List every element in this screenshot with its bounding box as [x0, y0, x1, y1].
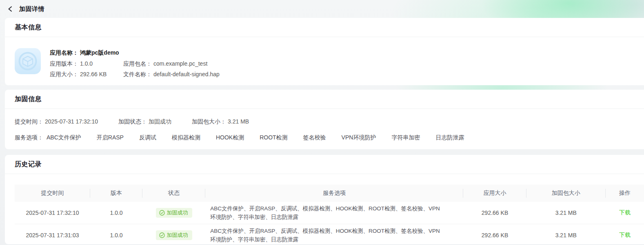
field-row: 应用版本： 1.0.0 应用包名： com.example.pc_test — [50, 60, 220, 68]
cell-version: 1.0.0 — [90, 224, 142, 245]
col-header-services: 服务选项 — [205, 185, 463, 202]
app-name-label: 应用名称： — [50, 49, 78, 57]
app-version-label: 应用版本： — [50, 60, 78, 68]
app-size-value: 292.66 KB — [80, 70, 107, 78]
cell-status: 加固成功 — [142, 202, 205, 224]
history-header-row: 提交时间 版本 状态 服务选项 应用大小 加固包大小 操作 — [15, 185, 644, 202]
reinforce-info-card: 加固信息 提交时间： 2025-07-31 17:32:10 加固状态： 加固成… — [5, 90, 644, 149]
service-item: 模拟器检测 — [172, 134, 200, 141]
file-name-label: 文件名称： — [123, 70, 152, 78]
app-cube-icon — [15, 48, 41, 74]
app-version-value: 1.0.0 — [80, 60, 93, 68]
cell-app-size: 292.66 KB — [463, 224, 526, 245]
history-card: 历史记录 提交时间 版本 状态 服务选项 应用大小 加固包大小 操作 — [5, 155, 644, 244]
app-package-value: com.example.pc_test — [153, 60, 207, 68]
reinforce-package-size-label: 加固包大小： — [192, 117, 226, 126]
col-header-submit-time: 提交时间 — [15, 185, 90, 202]
service-item: ABC文件保护 — [47, 134, 81, 141]
page-title: 加固详情 — [19, 5, 44, 13]
service-item: VPN环境防护 — [342, 134, 376, 141]
service-item: ROOT检测 — [260, 134, 287, 141]
history-table: 提交时间 版本 状态 服务选项 应用大小 加固包大小 操作 2025-07-31… — [15, 185, 644, 244]
service-item: 反调试 — [139, 134, 156, 141]
service-item: 日志防泄露 — [435, 134, 464, 141]
download-link[interactable]: 下载 — [619, 232, 631, 238]
reinforce-status-value: 加固成功 — [149, 117, 171, 126]
basic-info-card: 基本信息 应用名称： 鸿蒙pc版demo — [5, 18, 644, 85]
service-options-label: 服务选项： — [15, 134, 43, 141]
basic-fields: 应用名称： 鸿蒙pc版demo 应用版本： 1.0.0 应用包名： com.ex… — [50, 48, 220, 81]
status-badge-label: 加固成功 — [167, 210, 188, 216]
check-circle-icon — [159, 232, 165, 238]
reinforce-detail-page: 加固详情 基本信息 应用名称： 鸿蒙pc版demo — [0, 0, 644, 245]
app-package-label: 应用包名： — [123, 60, 152, 68]
service-item: 开启RASP — [97, 134, 124, 141]
col-header-app-size: 应用大小 — [463, 185, 526, 202]
basic-info-section-title: 基本信息 — [5, 18, 644, 37]
service-item: 签名校验 — [303, 134, 326, 141]
reinforce-info-section-title: 加固信息 — [5, 90, 644, 109]
cell-package-size: 3.21 MB — [526, 224, 606, 245]
history-section-title: 历史记录 — [5, 155, 644, 174]
basic-info-body: 应用名称： 鸿蒙pc版demo 应用版本： 1.0.0 应用包名： com.ex… — [5, 37, 644, 81]
col-header-version: 版本 — [90, 185, 142, 202]
cell-submit-time: 2025-07-31 17:32:10 — [15, 202, 90, 224]
app-name-value: 鸿蒙pc版demo — [80, 49, 119, 57]
top-bar: 加固详情 — [0, 0, 644, 18]
history-row: 2025-07-31 17:32:10 1.0.0 加固成功 A — [15, 202, 644, 224]
submit-time-value: 2025-07-31 17:32:10 — [45, 117, 98, 126]
history-table-wrap: 提交时间 版本 状态 服务选项 应用大小 加固包大小 操作 2025-07-31… — [15, 185, 644, 244]
cell-submit-time: 2025-07-31 17:31:03 — [15, 224, 90, 245]
col-header-action: 操作 — [606, 185, 644, 202]
cell-package-size: 3.21 MB — [526, 202, 606, 224]
cell-status: 加固成功 — [142, 224, 205, 245]
cell-app-size: 292.66 KB — [463, 202, 526, 224]
col-header-package-size: 加固包大小 — [526, 185, 606, 202]
service-options-line: 服务选项： ABC文件保护 开启RASP 反调试 模拟器检测 HOOK检测 RO… — [15, 134, 634, 141]
reinforce-package-size-value: 3.21 MB — [228, 117, 249, 126]
service-item: 字符串加密 — [391, 134, 420, 141]
app-size-label: 应用大小： — [50, 70, 78, 78]
cell-services: ABC文件保护、开启RASP、反调试、模拟器检测、HOOK检测、ROOT检测、签… — [205, 224, 463, 245]
cell-services: ABC文件保护、开启RASP、反调试、模拟器检测、HOOK检测、ROOT检测、签… — [205, 202, 463, 224]
col-header-status: 状态 — [142, 185, 205, 202]
file-name-value: default-default-signed.hap — [153, 70, 220, 78]
service-item: HOOK检测 — [216, 134, 244, 141]
reinforce-summary-line: 提交时间： 2025-07-31 17:32:10 加固状态： 加固成功 加固包… — [15, 117, 634, 126]
history-row: 2025-07-31 17:31:03 1.0.0 加固成功 A — [15, 224, 644, 245]
app-name-row: 应用名称： 鸿蒙pc版demo — [50, 49, 220, 57]
submit-time-label: 提交时间： — [15, 117, 43, 126]
cell-action: 下载 — [606, 224, 644, 245]
cell-action: 下载 — [606, 202, 644, 224]
reinforce-info-body: 提交时间： 2025-07-31 17:32:10 加固状态： 加固成功 加固包… — [5, 109, 644, 141]
check-circle-icon — [159, 210, 165, 216]
status-badge: 加固成功 — [156, 230, 192, 240]
download-link[interactable]: 下载 — [619, 209, 631, 216]
status-badge-label: 加固成功 — [167, 232, 188, 238]
back-chevron-icon — [8, 6, 13, 12]
cell-version: 1.0.0 — [90, 202, 142, 224]
status-badge: 加固成功 — [156, 208, 192, 218]
reinforce-status-label: 加固状态： — [118, 117, 147, 126]
field-row: 应用大小： 292.66 KB 文件名称： default-default-si… — [50, 70, 220, 78]
back-button[interactable] — [6, 4, 15, 13]
